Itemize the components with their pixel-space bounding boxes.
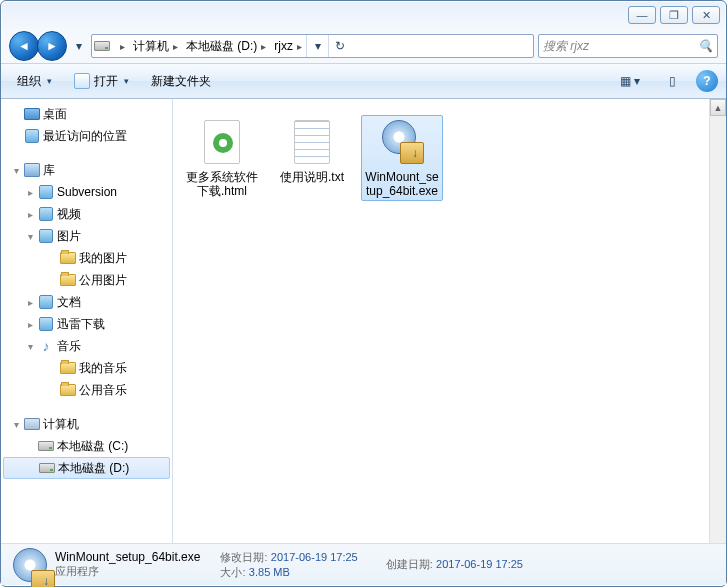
scroll-up-button[interactable]: ▲ [710,99,726,116]
explorer-window: — ❐ ✕ ◄ ► ▾ ▸ 计算机▸ 本地磁盘 (D:)▸ rjxz▸ ▾ ↻ … [0,0,727,587]
exe-icon: ↓ [11,548,55,588]
tree-libraries[interactable]: ▾库 [1,159,172,181]
view-options-button[interactable]: ▦ ▾ [612,70,648,92]
tree-subversion[interactable]: ▸Subversion [1,181,172,203]
details-filename: WinMount_setup_64bit.exe [55,550,200,564]
search-placeholder: 搜索 rjxz [543,38,589,55]
help-button[interactable]: ? [696,70,718,92]
videos-icon [39,207,53,221]
drive-icon [38,441,54,451]
details-size-value: 3.85 MB [249,566,290,578]
details-created-value: 2017-06-19 17:25 [436,558,523,570]
open-icon [74,73,90,89]
details-modified-value: 2017-06-19 17:25 [271,551,358,563]
folder-icon [60,362,76,374]
organize-button[interactable]: 组织 [9,71,60,92]
subversion-icon [39,185,53,199]
details-pane: ↓ WinMount_setup_64bit.exe 应用程序 修改日期: 20… [1,543,726,585]
folder-icon [60,384,76,396]
folder-icon [60,274,76,286]
folder-icon [60,252,76,264]
maximize-button[interactable]: ❐ [660,6,688,24]
tree-music[interactable]: ▾♪音乐 [1,335,172,357]
tree-desktop[interactable]: 桌面 [1,103,172,125]
pictures-icon [39,229,53,243]
file-name: 使用说明.txt [280,170,344,184]
details-filetype: 应用程序 [55,564,200,579]
music-icon: ♪ [37,338,55,354]
tree-videos[interactable]: ▸视频 [1,203,172,225]
address-dropdown-button[interactable]: ▾ [306,35,328,57]
minimize-button[interactable]: — [628,6,656,24]
html-icon [204,120,240,164]
file-item-txt[interactable]: 使用说明.txt [271,115,353,187]
download-icon [39,317,53,331]
file-name: WinMount_setup_64bit.exe [364,170,440,198]
recent-icon [25,129,39,143]
drive-icon [92,41,112,51]
tree-public-pictures[interactable]: 公用图片 [1,269,172,291]
refresh-button[interactable]: ↻ [328,35,350,57]
toolbar: 组织 打开 新建文件夹 ▦ ▾ ▯ ? [1,63,726,99]
tree-my-music[interactable]: 我的音乐 [1,357,172,379]
tree-documents[interactable]: ▸文档 [1,291,172,313]
libraries-icon [24,163,40,177]
preview-pane-button[interactable]: ▯ [654,70,690,92]
vertical-scrollbar[interactable]: ▲ [709,99,726,543]
close-button[interactable]: ✕ [692,6,720,24]
tree-public-music[interactable]: 公用音乐 [1,379,172,401]
breadcrumb-drive[interactable]: 本地磁盘 (D:)▸ [182,35,270,57]
desktop-icon [24,108,40,120]
search-icon: 🔍 [698,39,713,53]
tree-drive-c[interactable]: 本地磁盘 (C:) [1,435,172,457]
tree-my-pictures[interactable]: 我的图片 [1,247,172,269]
breadcrumb-root[interactable]: ▸ [112,35,129,57]
titlebar: — ❐ ✕ [1,1,726,29]
txt-icon [294,120,330,164]
details-size-label: 大小: [220,565,245,580]
file-item-html[interactable]: 更多系统软件下载.html [181,115,263,201]
tree-computer[interactable]: ▾计算机 [1,413,172,435]
back-button[interactable]: ◄ [9,31,39,61]
breadcrumb-folder[interactable]: rjxz▸ [270,35,306,57]
address-bar[interactable]: ▸ 计算机▸ 本地磁盘 (D:)▸ rjxz▸ ▾ ↻ [91,34,534,58]
tree-recent[interactable]: 最近访问的位置 [1,125,172,147]
new-folder-button[interactable]: 新建文件夹 [143,71,219,92]
content-pane: 更多系统软件下载.html 使用说明.txt ↓ WinMount_setup_… [173,99,726,543]
open-button[interactable]: 打开 [66,71,137,92]
computer-icon [24,418,40,430]
drive-icon [39,463,55,473]
file-item-exe[interactable]: ↓ WinMount_setup_64bit.exe [361,115,443,201]
nav-row: ◄ ► ▾ ▸ 计算机▸ 本地磁盘 (D:)▸ rjxz▸ ▾ ↻ 搜索 rjx… [1,29,726,63]
tree-pictures[interactable]: ▾图片 [1,225,172,247]
exe-icon: ↓ [380,120,424,164]
forward-button[interactable]: ► [37,31,67,61]
navigation-tree: 桌面 最近访问的位置 ▾库 ▸Subversion ▸视频 ▾图片 我的图片 公… [1,99,173,543]
breadcrumb-computer[interactable]: 计算机▸ [129,35,182,57]
documents-icon [39,295,53,309]
tree-xunlei[interactable]: ▸迅雷下载 [1,313,172,335]
details-modified-label: 修改日期: [220,550,267,565]
file-name: 更多系统软件下载.html [184,170,260,198]
details-created-label: 创建日期: [386,557,433,572]
search-input[interactable]: 搜索 rjxz 🔍 [538,34,718,58]
nav-history-dropdown[interactable]: ▾ [71,31,87,61]
tree-drive-d[interactable]: 本地磁盘 (D:) [3,457,170,479]
